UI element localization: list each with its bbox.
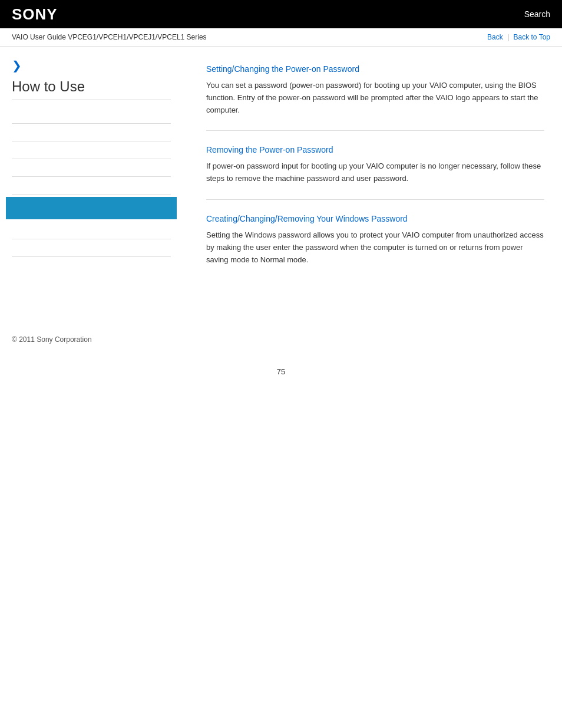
sidebar-item-1[interactable] xyxy=(12,106,171,124)
sidebar-item-5[interactable] xyxy=(12,177,171,195)
main-container: ❯ How to Use Setting/Changing the Power-… xyxy=(0,47,562,312)
sidebar-item-2[interactable] xyxy=(12,124,171,141)
content-section-1: Setting/Changing the Power-on Password Y… xyxy=(206,64,544,131)
guide-title: VAIO User Guide VPCEG1/VPCEH1/VPCEJ1/VPC… xyxy=(12,33,207,41)
section-2-text: If power-on password input for booting u… xyxy=(206,160,544,185)
content-section-3: Creating/Changing/Removing Your Windows … xyxy=(206,214,544,280)
section-2-title[interactable]: Removing the Power-on Password xyxy=(206,145,544,154)
header: SONY Search xyxy=(0,0,562,28)
content-section-2: Removing the Power-on Password If power-… xyxy=(206,145,544,200)
sidebar-item-7[interactable] xyxy=(12,222,171,239)
sidebar-item-4[interactable] xyxy=(12,159,171,177)
breadcrumb-nav: Back | Back to Top xyxy=(487,33,550,41)
back-link[interactable]: Back xyxy=(487,33,503,41)
breadcrumb-bar: VAIO User Guide VPCEG1/VPCEH1/VPCEJ1/VPC… xyxy=(0,28,562,47)
sony-logo: SONY xyxy=(12,5,58,24)
sidebar-item-3[interactable] xyxy=(12,141,171,159)
sidebar-title: How to Use xyxy=(12,78,171,100)
section-1-title[interactable]: Setting/Changing the Power-on Password xyxy=(206,64,544,74)
separator: | xyxy=(507,33,509,41)
sidebar-arrow-icon: ❯ xyxy=(12,58,171,73)
sidebar-item-8[interactable] xyxy=(12,239,171,257)
sidebar-item-active[interactable] xyxy=(6,197,177,219)
section-1-text: You can set a password (power-on passwor… xyxy=(206,80,544,116)
copyright-text: © 2011 Sony Corporation xyxy=(12,335,92,344)
section-3-title[interactable]: Creating/Changing/Removing Your Windows … xyxy=(206,214,544,223)
section-3-text: Setting the Windows password allows you … xyxy=(206,229,544,266)
back-to-top-link[interactable]: Back to Top xyxy=(514,33,550,41)
sidebar: ❯ How to Use xyxy=(0,47,183,312)
page-number: 75 xyxy=(0,355,562,388)
footer: © 2011 Sony Corporation xyxy=(0,324,562,355)
content-area: Setting/Changing the Power-on Password Y… xyxy=(183,47,562,312)
search-button[interactable]: Search xyxy=(524,9,550,19)
